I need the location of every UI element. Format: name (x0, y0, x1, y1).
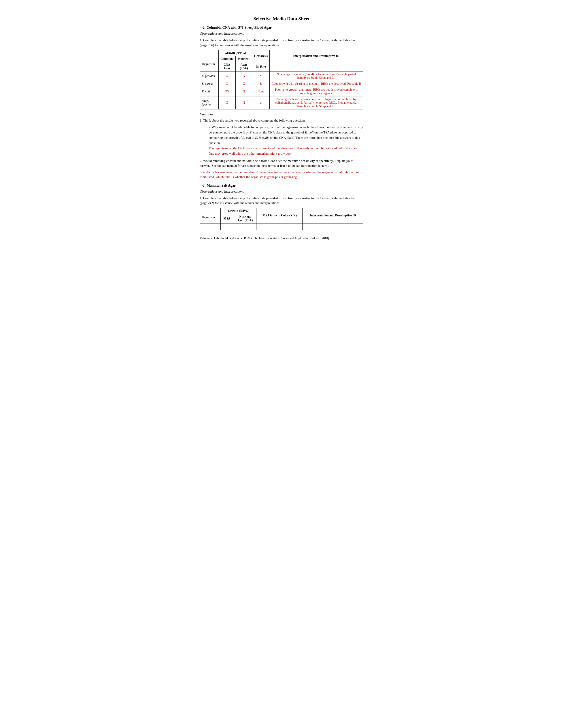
columbia-cell-1: G (218, 81, 235, 87)
columbia-cell-3: G (218, 96, 235, 109)
interp-header-2: Interpretation and Presumptive ID (303, 208, 363, 223)
q1a-block: a. Why wouldn't it be advisable to compa… (209, 124, 363, 156)
empty-cell (200, 223, 220, 230)
nutrient-header-2: NutrientAgar (TSA) (233, 214, 257, 223)
hemolysis-cell-2: None (252, 87, 269, 96)
hemolysis-header: Hemolysis (252, 50, 269, 62)
interpretation-header: Interpretation and Presumptive ID (269, 50, 363, 62)
interp-cell-2: Poor to no growth, gram-neg., RBCs are n… (269, 87, 363, 96)
interp-cell-3: Partial growth with greenish medium. Org… (269, 96, 363, 109)
empty-cell (303, 223, 363, 230)
questions-label: Questions: (200, 113, 363, 116)
empty-cell (257, 223, 303, 230)
empty-cell (233, 223, 257, 230)
table-row: S. aureus G G B Good growth with clearin… (200, 81, 363, 87)
growth-header: Growth (N/P/G) (218, 50, 252, 56)
organism-cell: Strep. Species (200, 96, 218, 109)
interp-cell-1: Good growth with clearing of medium- RBC… (269, 81, 363, 87)
nutrient-cell-3: N (235, 96, 252, 109)
section-4-2-heading: 4-2: Columbia CNA with 5% Sheep Blood Ag… (200, 26, 363, 30)
columbia-header: Columbia (218, 56, 235, 62)
table-row-empty (200, 223, 363, 230)
nutrient-cell-0: G (235, 71, 252, 81)
columbia-cell-0: G (218, 71, 235, 81)
section-4-2: 4-2: Columbia CNA with 5% Sheep Blood Ag… (200, 26, 363, 180)
interp-cell-0: No change in medium (blood) or bacteria … (269, 71, 363, 81)
cna-agar-header: CNA Agar (218, 62, 235, 71)
nutrient-header: Nutrient (235, 56, 252, 62)
intro-text-1: 1. Complete the table below using the on… (200, 38, 363, 48)
columbia-cell-2: N/P (218, 87, 235, 96)
q1a-text: a. Why wouldn't it be advisable to compa… (209, 124, 363, 146)
table-row: E. coli N/P G None Poor to no growth, gr… (200, 87, 363, 96)
empty-cell (220, 223, 233, 230)
reference: Reference: Leboffe, M. and Pierce, B. Mi… (200, 237, 363, 240)
q2-text: 2. Would removing colistin and nalidixic… (200, 158, 363, 168)
organism-header-2: Organism (200, 208, 220, 223)
growth-header-2: Growth (N/P/G) (220, 208, 257, 214)
hemolysis-cell-3: a (252, 96, 269, 109)
organism-cell: S. aureus (200, 81, 218, 87)
hemolysis-cell-1: B (252, 81, 269, 87)
section-4-3: 4-3: Mannitol Salt Agar Observations and… (200, 184, 363, 230)
page-title: Selective Media Data Sheet (200, 16, 363, 22)
nutrient-cell-2: G (235, 87, 252, 96)
obs-label-1: Observations and Interpretations (200, 32, 363, 36)
alpha-beta-gamma-header: (α, β, γ) (252, 62, 269, 71)
q2-answer: Specificity because now the medium doesn… (200, 170, 363, 180)
intro-text-2: 1. Complete the table below using the on… (200, 196, 363, 206)
top-border (200, 9, 363, 9)
organism-cell: E. faecalis (200, 71, 218, 81)
obs-label-2: Observations and Interpretations (200, 190, 363, 193)
section-4-3-heading: 4-3: Mannitol Salt Agar (200, 184, 363, 188)
table-row: Strep. Species G N a Partial growth with… (200, 96, 363, 109)
hemolysis-cell-0: Y (252, 71, 269, 81)
msa-header: MSA (220, 214, 233, 223)
q1a-answer: The organisms on the CNA plate are diffe… (209, 146, 363, 156)
organism-cell: E. coli (200, 87, 218, 96)
section2-table: Organism Growth (N/P/G) MSA Growth Color… (200, 208, 363, 230)
msa-growth-header: MSA Growth Color (Y/R) (257, 208, 303, 223)
interp-header-empty (269, 62, 363, 71)
q1-text: 1. Think about the results you recorded … (200, 118, 363, 123)
nutrient-cell-1: G (235, 81, 252, 87)
organism-header: Organism (200, 50, 218, 71)
agar-tsa-header: Agar (TSA) (235, 62, 252, 71)
section1-table: Organism Growth (N/P/G) Hemolysis Interp… (200, 50, 363, 109)
table-row: E. faecalis G G Y No change in medium (b… (200, 71, 363, 81)
